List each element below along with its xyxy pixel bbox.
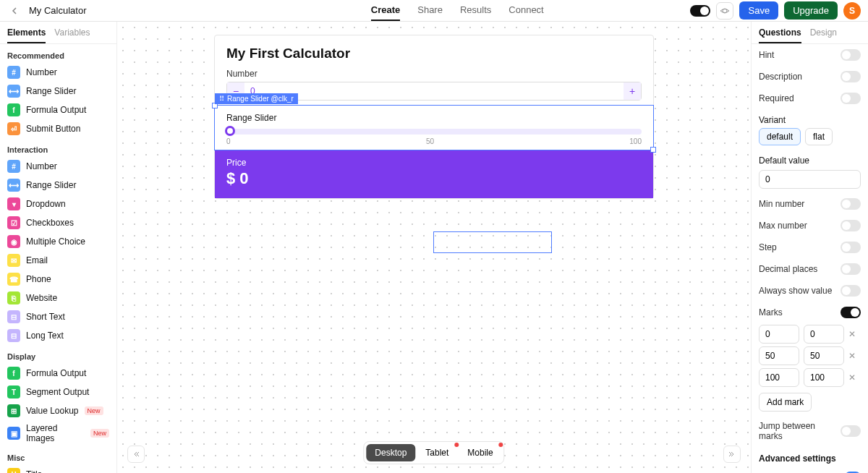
element-item-number[interactable]: #Number	[0, 157, 116, 176]
slider-thumb[interactable]	[225, 126, 235, 136]
new-badge: New	[85, 406, 103, 415]
element-item-website[interactable]: ⎘Website	[0, 289, 116, 307]
price-label: Price	[226, 158, 642, 168]
mark-label-input[interactable]	[804, 346, 844, 365]
mark-label-input[interactable]	[804, 368, 844, 387]
dark-mode-toggle[interactable]	[690, 5, 710, 17]
step-toggle[interactable]	[841, 242, 861, 253]
tab-connect[interactable]: Connect	[509, 0, 543, 21]
slider-mark-0: 0	[226, 137, 231, 145]
tab-results[interactable]: Results	[460, 0, 491, 21]
element-item-short-text[interactable]: ⊟Short Text	[0, 307, 116, 326]
mark-position-input[interactable]	[759, 346, 799, 365]
element-icon: ⊟	[7, 310, 20, 323]
hint-toggle[interactable]	[841, 49, 861, 61]
element-item-range-slider[interactable]: ⟷Range Slider	[0, 82, 116, 101]
required-toggle[interactable]	[841, 93, 861, 104]
sidebar-tab-variables[interactable]: Variables	[54, 27, 90, 43]
element-item-dropdown[interactable]: ▾Dropdown	[0, 195, 116, 213]
element-icon: ⏎	[7, 122, 20, 135]
right-tab-questions[interactable]: Questions	[759, 27, 801, 43]
marks-toggle[interactable]	[841, 307, 861, 318]
canvas[interactable]: My First Calculator Number − + ⠿ Range S…	[117, 22, 751, 473]
element-tag-label: Range Slider @clk_r	[227, 95, 294, 103]
element-label: Dropdown	[26, 199, 66, 209]
max-toggle[interactable]	[841, 220, 861, 231]
mark-position-input[interactable]	[759, 368, 799, 387]
tab-create[interactable]: Create	[371, 0, 400, 21]
element-item-number[interactable]: #Number	[0, 63, 116, 82]
mark-label-input[interactable]	[804, 325, 844, 344]
mark-row: ✕	[752, 345, 868, 367]
header-tabs: Create Share Results Connect	[224, 0, 690, 21]
element-item-submit-button[interactable]: ⏎Submit Button	[0, 119, 116, 138]
device-tablet[interactable]: Tablet	[417, 444, 457, 461]
range-slider-block[interactable]: ⠿ Range Slider @clk_r Range Slider 0 50 …	[214, 105, 654, 150]
element-label: Formula Output	[26, 368, 86, 378]
element-icon: ▣	[7, 427, 20, 440]
element-label: Website	[26, 293, 57, 303]
element-item-multiple-choice[interactable]: ◉Multiple Choice	[0, 232, 116, 251]
element-icon: ⎘	[7, 291, 20, 304]
element-item-long-text[interactable]: ⊟Long Text	[0, 326, 116, 345]
remove-mark-icon[interactable]: ✕	[848, 329, 856, 339]
increment-button[interactable]: +	[624, 82, 641, 100]
avatar[interactable]: S	[843, 2, 861, 20]
upgrade-button[interactable]: Upgrade	[784, 1, 838, 20]
device-desktop[interactable]: Desktop	[366, 444, 415, 461]
element-item-layered-images[interactable]: ▣Layered ImagesNew	[0, 420, 116, 446]
element-item-formula-output[interactable]: fFormula Output	[0, 364, 116, 383]
selection-box[interactable]	[433, 231, 552, 253]
element-label: Number	[26, 161, 57, 171]
notification-dot-icon	[454, 443, 459, 447]
back-button[interactable]	[7, 4, 22, 18]
variant-flat[interactable]: flat	[805, 128, 833, 145]
always-show-toggle[interactable]	[841, 285, 861, 297]
preview-button[interactable]	[716, 2, 733, 20]
add-mark-button[interactable]: Add mark	[759, 393, 812, 412]
element-item-formula-output[interactable]: fFormula Output	[0, 101, 116, 119]
mark-row: ✕	[752, 323, 868, 345]
element-label: Value Lookup	[26, 406, 79, 416]
prop-always-show: Always show value	[752, 280, 868, 302]
element-label: Short Text	[26, 312, 65, 322]
variant-label: Variant	[752, 109, 868, 128]
save-button[interactable]: Save	[739, 1, 778, 20]
description-toggle[interactable]	[841, 71, 861, 82]
app-header: My Calculator Create Share Results Conne…	[0, 0, 868, 22]
element-icon: ☎	[7, 273, 20, 286]
element-label: Number	[26, 67, 57, 77]
element-item-checkboxes[interactable]: ☑Checkboxes	[0, 213, 116, 232]
element-icon: ◉	[7, 235, 20, 248]
tab-share[interactable]: Share	[417, 0, 443, 21]
drag-handle-icon[interactable]: ⠿	[219, 95, 224, 103]
element-item-title[interactable]: HTitle	[0, 465, 116, 473]
slider-track[interactable]	[226, 129, 642, 135]
element-icon: ✉	[7, 254, 20, 267]
remove-mark-icon[interactable]: ✕	[848, 372, 856, 383]
variant-default[interactable]: default	[759, 128, 801, 145]
element-icon: ⟷	[7, 85, 20, 98]
sidebar-tab-elements[interactable]: Elements	[7, 27, 46, 43]
canvas-prev-button[interactable]	[127, 446, 145, 463]
min-toggle[interactable]	[841, 198, 861, 210]
element-icon: f	[7, 367, 20, 380]
element-item-email[interactable]: ✉Email	[0, 251, 116, 270]
element-item-range-slider[interactable]: ⟷Range Slider	[0, 176, 116, 195]
element-item-value-lookup[interactable]: ⊞Value LookupNew	[0, 401, 116, 420]
prop-required: Required	[752, 88, 868, 109]
device-mobile[interactable]: Mobile	[459, 444, 501, 461]
element-item-segment-output[interactable]: TSegment Output	[0, 383, 116, 401]
remove-mark-icon[interactable]: ✕	[848, 351, 856, 361]
canvas-next-button[interactable]	[723, 446, 741, 463]
default-value-label: Default value	[752, 150, 868, 169]
element-item-phone[interactable]: ☎Phone	[0, 270, 116, 289]
right-tab-design[interactable]: Design	[810, 27, 837, 43]
element-icon: #	[7, 160, 20, 173]
default-value-input[interactable]	[759, 170, 861, 189]
element-label: Email	[26, 255, 48, 265]
number-value-input[interactable]	[244, 86, 624, 96]
mark-position-input[interactable]	[759, 325, 799, 344]
jump-toggle[interactable]	[841, 425, 861, 437]
decimal-toggle[interactable]	[841, 263, 861, 275]
